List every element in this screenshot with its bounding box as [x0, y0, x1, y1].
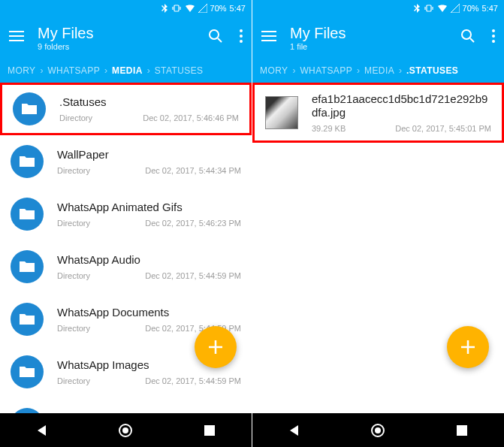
app-title: My Files: [38, 25, 192, 42]
item-date: Dec 02, 2017, 5:46:46 PM: [143, 113, 239, 122]
item-date: Dec 02, 2017, 5:44:59 PM: [145, 271, 241, 280]
recents-button[interactable]: [195, 415, 225, 445]
crumb[interactable]: MORY: [257, 65, 291, 76]
app-subtitle: 9 folders: [38, 42, 192, 51]
status-bar: 70% 5:47: [252, 0, 504, 17]
more-icon[interactable]: [492, 29, 495, 46]
breadcrumb: MORY › WHATSAPP › MEDIA › .STATUSES: [252, 59, 504, 83]
svg-point-1: [210, 30, 219, 39]
svg-point-12: [492, 40, 495, 43]
item-name: WhatsApp Documents: [57, 306, 241, 319]
item-name: WallPaper: [57, 148, 241, 162]
breadcrumb: MORY › WHATSAPP › MEDIA › STATUSES: [0, 59, 252, 83]
fab-add-button[interactable]: [195, 326, 237, 368]
crumb[interactable]: MORY: [5, 65, 38, 76]
nav-bar: [0, 413, 252, 447]
svg-rect-0: [174, 5, 179, 11]
item-type: Directory: [59, 113, 92, 122]
svg-rect-15: [457, 425, 467, 436]
search-icon[interactable]: [460, 29, 475, 47]
item-type: Directory: [57, 376, 90, 385]
folder-icon: [11, 408, 44, 413]
image-thumbnail: [265, 96, 298, 129]
title-block: My Files 9 folders: [38, 25, 192, 51]
item-name: WhatsApp Animated Gifs: [57, 201, 241, 214]
chevron-right-icon: ›: [291, 65, 297, 76]
chevron-right-icon: ›: [38, 65, 44, 76]
more-icon[interactable]: [240, 29, 243, 46]
item-name: WhatsApp Audio: [57, 253, 241, 267]
back-button[interactable]: [27, 415, 57, 445]
svg-rect-7: [204, 425, 215, 436]
list-item[interactable]: WallPaper DirectoryDec 02, 2017, 5:44:34…: [0, 135, 252, 188]
item-type: Directory: [57, 219, 90, 228]
app-bar: My Files 1 file: [252, 17, 504, 59]
file-list: efa1b21aacecc1d5bc1d721e292b9dfa.jpg 39.…: [252, 83, 504, 413]
crumb[interactable]: WHATSAPP: [297, 65, 355, 76]
svg-rect-8: [427, 5, 431, 11]
menu-icon[interactable]: [261, 31, 276, 44]
svg-point-11: [492, 35, 495, 38]
list-item[interactable]: WhatsApp Audio DirectoryDec 02, 2017, 5:…: [0, 240, 252, 293]
home-button[interactable]: [363, 415, 393, 445]
time-text: 5:47: [230, 4, 246, 13]
vibrate-icon: [424, 4, 434, 13]
signal-icon: [198, 4, 207, 13]
crumb[interactable]: MEDIA: [361, 65, 397, 76]
app-bar: My Files 9 folders: [0, 17, 252, 59]
folder-icon: [11, 198, 44, 231]
svg-point-14: [375, 427, 381, 433]
svg-point-2: [240, 29, 243, 32]
item-type: Directory: [57, 271, 90, 280]
search-icon[interactable]: [208, 29, 223, 47]
crumb[interactable]: STATUSES: [152, 65, 207, 76]
folder-icon: [11, 250, 44, 283]
list-item[interactable]: WhatsApp Animated Gifs DirectoryDec 02, …: [0, 188, 252, 240]
file-list: .Statuses DirectoryDec 02, 2017, 5:46:46…: [0, 83, 252, 413]
crumb[interactable]: WHATSAPP: [44, 65, 103, 76]
recents-button[interactable]: [447, 415, 477, 445]
bluetooth-icon: [161, 4, 168, 13]
list-item[interactable]: efa1b21aacecc1d5bc1d721e292b9dfa.jpg 39.…: [252, 83, 504, 143]
svg-point-6: [122, 427, 128, 433]
chevron-right-icon: ›: [103, 65, 109, 76]
battery-text: 70%: [210, 4, 227, 13]
item-date: Dec 02, 2017, 5:46:23 PM: [145, 219, 241, 228]
home-button[interactable]: [110, 415, 140, 445]
signal-icon: [451, 4, 460, 13]
status-bar: 70% 5:47: [0, 0, 252, 17]
list-item[interactable]: .Statuses DirectoryDec 02, 2017, 5:46:46…: [0, 83, 252, 135]
phone-left: 70% 5:47 My Files 9 folders MORY › WHATS…: [0, 0, 252, 447]
item-name: efa1b21aacecc1d5bc1d721e292b9dfa.jpg: [312, 92, 491, 119]
item-date: Dec 02, 2017, 5:44:34 PM: [145, 166, 241, 175]
chevron-right-icon: ›: [146, 65, 152, 76]
wifi-icon: [437, 4, 448, 13]
item-type: Directory: [57, 324, 90, 333]
app-subtitle: 1 file: [290, 42, 444, 51]
item-date: Dec 02, 2017, 5:45:01 PM: [395, 124, 491, 133]
list-item[interactable]: WhatsApp Profile Photos DirectoryDec 02,…: [0, 398, 252, 413]
title-block: My Files 1 file: [290, 25, 444, 51]
chevron-right-icon: ›: [355, 65, 361, 76]
phone-right: 70% 5:47 My Files 1 file MORY › WHATSAPP…: [252, 0, 504, 447]
folder-icon: [13, 92, 46, 125]
crumb[interactable]: .STATUSES: [403, 65, 461, 76]
bluetooth-icon: [413, 4, 421, 13]
item-size: 39.29 KB: [312, 124, 346, 133]
fab-add-button[interactable]: [447, 326, 489, 368]
nav-bar: [252, 413, 504, 447]
menu-icon[interactable]: [9, 31, 24, 44]
wifi-icon: [185, 4, 195, 13]
svg-point-3: [240, 35, 243, 38]
chevron-right-icon: ›: [397, 65, 403, 76]
item-name: .Statuses: [59, 95, 239, 109]
folder-icon: [11, 145, 44, 178]
folder-icon: [11, 355, 44, 388]
vibrate-icon: [171, 4, 182, 13]
svg-point-9: [462, 30, 471, 39]
folder-icon: [11, 303, 44, 336]
back-button[interactable]: [279, 415, 309, 445]
crumb[interactable]: MEDIA: [109, 65, 146, 76]
svg-point-10: [492, 29, 495, 32]
svg-point-4: [240, 40, 243, 43]
